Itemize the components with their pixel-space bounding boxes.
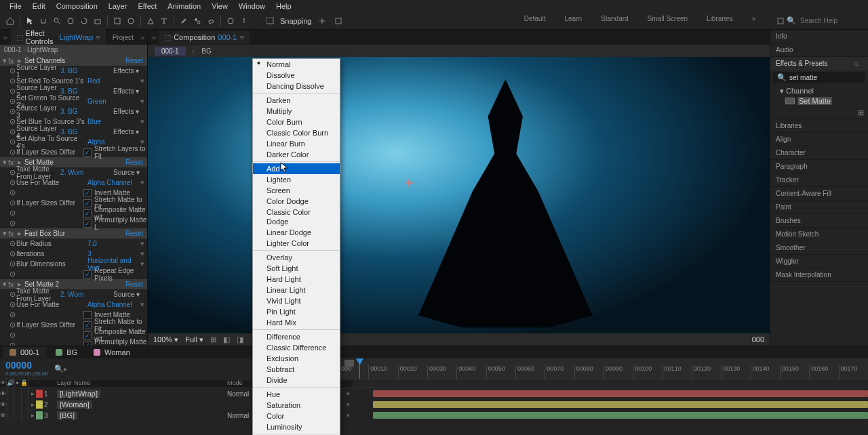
panel-content-aware-fill[interactable]: Content-Aware Fill: [770, 187, 868, 200]
checkbox[interactable]: [83, 311, 92, 319]
workspace-default[interactable]: Default: [524, 15, 546, 27]
prop-value[interactable]: 2. Wom: [60, 291, 113, 298]
menu-view[interactable]: View: [206, 1, 233, 12]
pen-tool-icon[interactable]: [144, 15, 157, 27]
brush-tool-icon[interactable]: [178, 15, 190, 27]
stopwatch-icon[interactable]: ⊙: [9, 188, 16, 197]
comp-tab-menu-icon[interactable]: ≡: [239, 33, 243, 41]
tab-menu-icon[interactable]: ≡: [96, 33, 100, 41]
layer-mode-dropdown[interactable]: Normal: [227, 390, 254, 398]
prop-value[interactable]: 3. BG: [60, 108, 113, 115]
stopwatch-icon[interactable]: ⊙: [9, 239, 16, 248]
stopwatch-icon[interactable]: ⊙: [9, 148, 16, 157]
prop-value[interactable]: Blue: [87, 118, 140, 125]
type-tool-icon[interactable]: T: [158, 15, 170, 27]
panel-mask-interpolation[interactable]: Mask Interpolation: [770, 268, 868, 281]
prop-value[interactable]: Red: [87, 77, 140, 85]
search-help-input[interactable]: [800, 17, 861, 24]
prop-dd[interactable]: Source ▾: [113, 291, 147, 298]
rotate-tool-icon[interactable]: [78, 15, 90, 27]
panel-overflow-icon[interactable]: »: [1, 33, 9, 41]
current-timecode[interactable]: 00000: [5, 360, 49, 371]
camera-tool-icon[interactable]: [92, 15, 104, 27]
fx-enable-icon[interactable]: fx: [8, 281, 16, 289]
stopwatch-icon[interactable]: ⊙: [9, 87, 16, 96]
stopwatch-icon[interactable]: ⊙: [9, 290, 16, 299]
audio-toggle[interactable]: [7, 410, 15, 421]
blend-lighten[interactable]: Lighten: [253, 174, 340, 185]
prop-value[interactable]: Alpha Channel: [87, 301, 140, 308]
ep-fav-icon[interactable]: ⊞: [858, 108, 864, 117]
blend-normal[interactable]: Normal: [253, 59, 340, 70]
prop-value[interactable]: 3. BG: [60, 67, 113, 75]
lock-toggle[interactable]: [22, 388, 29, 399]
blend-hard-mix[interactable]: Hard Mix: [253, 317, 340, 328]
checkbox[interactable]: [83, 148, 92, 157]
layer-color-swatch[interactable]: [36, 390, 43, 398]
blend-classic-color-dodge[interactable]: Classic Color Dodge: [253, 207, 340, 227]
twirl-icon[interactable]: ▾: [1, 229, 8, 238]
prop-dd[interactable]: Effects ▾: [113, 108, 147, 115]
tl-tab-bg[interactable]: BG: [49, 347, 84, 358]
blend-vivid-light[interactable]: Vivid Light: [253, 295, 340, 306]
prop-value[interactable]: Alpha Channel: [87, 179, 140, 186]
prop-dd[interactable]: Source ▾: [113, 169, 147, 176]
ep-folder[interactable]: ▾ Channel: [774, 86, 864, 96]
tl-search-icon[interactable]: 🔍▸: [54, 365, 68, 373]
blend-screen[interactable]: Screen: [253, 185, 340, 196]
solo-toggle[interactable]: [14, 388, 22, 399]
twirl-icon[interactable]: ▾: [1, 280, 8, 289]
visibility-toggle[interactable]: 👁: [0, 399, 7, 410]
panel-character[interactable]: Character: [770, 146, 868, 159]
mode-dd-icon[interactable]: ▾: [347, 412, 350, 419]
workspace-small[interactable]: Small Screen: [648, 15, 688, 27]
ep-search-input[interactable]: [789, 74, 868, 81]
layer-color-swatch[interactable]: [36, 411, 43, 419]
dropdown-icon[interactable]: ▾: [140, 249, 147, 258]
stopwatch-icon[interactable]: ⊙: [9, 178, 16, 187]
panel-overflow-right-icon[interactable]: »: [140, 33, 147, 41]
stopwatch-icon[interactable]: ⊙: [9, 270, 16, 278]
stopwatch-icon[interactable]: ⊙: [9, 331, 16, 339]
layer-track[interactable]: [353, 400, 868, 409]
menu-file[interactable]: File: [4, 1, 27, 12]
blend-linear-burn[interactable]: Linear Burn: [253, 138, 340, 149]
prop-dd[interactable]: Effects ▾: [113, 128, 147, 136]
mode-dd-icon[interactable]: ▾: [347, 390, 350, 397]
blend-linear-dodge[interactable]: Linear Dodge: [253, 227, 340, 238]
twirl-icon[interactable]: ▾: [1, 56, 8, 65]
blend-darken[interactable]: Darken: [253, 95, 340, 106]
orbit-tool-icon[interactable]: [64, 15, 77, 27]
checkbox[interactable]: [83, 189, 92, 197]
roto-tool-icon[interactable]: [224, 15, 237, 27]
panel-brushes[interactable]: Brushes: [770, 214, 868, 227]
solo-toggle[interactable]: [14, 410, 22, 421]
prop-dd[interactable]: Effects ▾: [113, 87, 147, 95]
blend-dissolve[interactable]: Dissolve: [253, 70, 340, 81]
ep-menu-icon[interactable]: ≡: [850, 60, 863, 68]
blend-subtract[interactable]: Subtract: [253, 364, 340, 375]
blend-color-burn[interactable]: Color Burn: [253, 117, 340, 127]
blend-difference[interactable]: Difference: [253, 331, 340, 342]
panel-align[interactable]: Align: [770, 133, 868, 146]
blend-darker-color[interactable]: Darker Color: [253, 149, 340, 160]
checkbox[interactable]: [83, 220, 92, 228]
viewer-icon-2[interactable]: ◧: [223, 335, 230, 344]
checkbox[interactable]: [83, 199, 92, 207]
layer-name[interactable]: [LightWrap]: [57, 390, 100, 398]
blend-hard-light[interactable]: Hard Light: [253, 274, 340, 285]
viewer-icon-1[interactable]: ⊞: [210, 335, 216, 344]
reset-link[interactable]: Reset: [125, 230, 147, 237]
menu-layer[interactable]: Layer: [103, 1, 133, 12]
menu-composition[interactable]: Composition: [51, 1, 103, 12]
stopwatch-icon[interactable]: ⊙: [9, 97, 16, 106]
rect-tool-icon[interactable]: [111, 15, 123, 27]
blend-lighter-color[interactable]: Lighter Color: [253, 238, 340, 249]
checkbox[interactable]: [83, 270, 92, 278]
blend-add[interactable]: Add: [253, 163, 340, 174]
stopwatch-icon[interactable]: ⊙: [9, 138, 16, 146]
mode-dd-icon[interactable]: ▾: [347, 401, 350, 408]
resolution-dropdown[interactable]: Full ▾: [185, 335, 203, 344]
workspace-libraries[interactable]: Libraries: [707, 15, 732, 27]
blend-pin-light[interactable]: Pin Light: [253, 306, 340, 317]
